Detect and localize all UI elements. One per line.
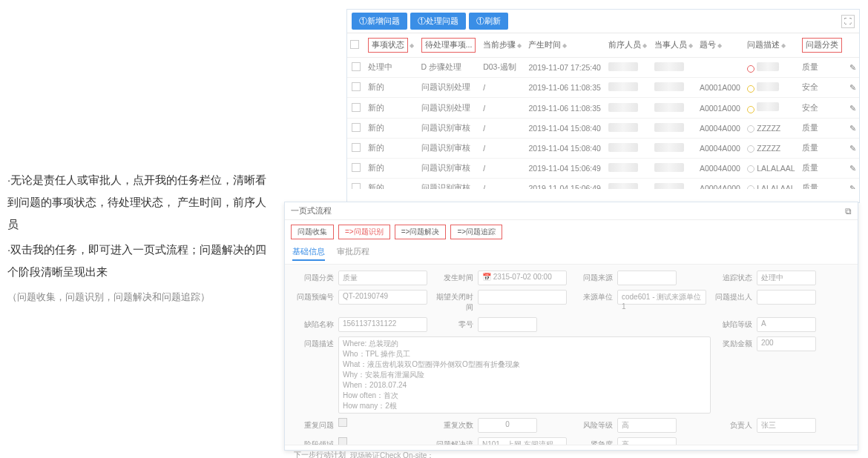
cell-type: 质量: [799, 158, 846, 178]
step-identify[interactable]: =>问题识别: [338, 225, 390, 239]
table-row[interactable]: 新的问题识别审核/2019-11-04 15:08:40A0004A000ZZZ…: [347, 138, 859, 158]
task-toolbar: ①新增问题 ①处理问题 ①刷新 ⛶: [347, 10, 859, 33]
field-reward[interactable]: 200: [757, 336, 816, 351]
flow-step-tabs: 问题收集 =>问题识别 =>问题解决 =>问题追踪: [285, 220, 858, 244]
tab-basic-info[interactable]: 基础信息: [292, 247, 325, 261]
copy-icon[interactable]: ⧉: [845, 206, 852, 216]
refresh-button[interactable]: ①刷新: [469, 13, 508, 30]
cell-time: 2019-11-04 15:06:49: [525, 178, 605, 189]
row-checkbox[interactable]: [352, 183, 361, 189]
cell-pending: 问题识别处理: [418, 98, 481, 118]
field-owner[interactable]: 张三: [757, 418, 816, 433]
cell-desc: [744, 78, 799, 98]
field-source[interactable]: [617, 271, 677, 285]
col-case[interactable]: 题号◆: [697, 33, 744, 58]
edit-row-icon[interactable]: ✎: [849, 184, 856, 189]
cell-status: 新的: [365, 178, 418, 189]
field-src-unit[interactable]: code601 - 测试来源单位1: [617, 290, 706, 305]
field-type[interactable]: 质量: [338, 271, 427, 285]
cell-cur: [651, 178, 697, 189]
step-collect[interactable]: 问题收集: [291, 225, 334, 239]
cell-type: 质量: [799, 118, 846, 138]
next-step-row: 下一步行动计划 现场验证Check On-site： O型圈断口处有切边缺陷，规…: [285, 445, 858, 458]
cell-cur: [651, 158, 697, 178]
field-part[interactable]: [478, 317, 537, 332]
col-cur[interactable]: 当事人员◆: [651, 33, 697, 58]
cell-pending: 问题识别审核: [418, 118, 481, 138]
field-defect-level[interactable]: A: [757, 317, 816, 332]
cell-desc: [744, 58, 799, 78]
cell-pending: 问题识别审核: [418, 158, 481, 178]
table-row[interactable]: 新的问题识别处理/2019-11-06 11:08:35A0001A000安全✎: [347, 78, 859, 98]
step-track[interactable]: =>问题追踪: [450, 225, 502, 239]
table-header-row: 事项状态◆ 待处理事项... 当前步骤◆ 产生时间◆ 前序人员◆ 当事人员◆ 题…: [347, 33, 859, 58]
field-time[interactable]: 📅 2315-07-02 00:00: [478, 271, 567, 285]
row-checkbox[interactable]: [352, 143, 361, 152]
row-checkbox[interactable]: [352, 62, 361, 71]
edit-row-icon[interactable]: ✎: [849, 144, 856, 153]
cell-time: 2019-11-04 15:08:40: [525, 118, 605, 138]
field-handler[interactable]: [757, 290, 816, 305]
label-reward: 奖励金额: [711, 336, 757, 349]
step-solve[interactable]: =>问题解决: [395, 225, 447, 239]
detail-sub-tabs: 基础信息 审批历程: [285, 244, 858, 264]
cell-case: A0004A000: [697, 118, 744, 138]
col-desc[interactable]: 问题描述◆: [744, 33, 799, 58]
note-bullet-2: ·双击我的任务，即可进入一页式流程；问题解决的四个阶段清晰呈现出来: [7, 239, 274, 283]
edit-row-icon[interactable]: ✎: [849, 104, 856, 113]
col-step[interactable]: 当前步骤◆: [480, 33, 525, 58]
cell-status: 新的: [365, 98, 418, 118]
cell-prev: [605, 58, 651, 78]
handle-issue-button[interactable]: ①处理问题: [410, 13, 466, 30]
row-checkbox[interactable]: [352, 123, 361, 132]
table-row[interactable]: 新的问题识别处理/2019-11-06 11:08:35A0001A000安全✎: [347, 98, 859, 118]
field-repeat-count[interactable]: 0: [478, 418, 537, 433]
table-row[interactable]: 新的问题识别审核/2019-11-04 15:08:40A0004A000ZZZ…: [347, 118, 859, 138]
edit-row-icon[interactable]: ✎: [849, 83, 856, 92]
col-prev[interactable]: 前序人员◆: [605, 33, 651, 58]
cell-cur: [651, 78, 697, 98]
field-delay[interactable]: [478, 290, 567, 305]
field-track-status[interactable]: 处理中: [757, 271, 816, 285]
table-row[interactable]: 新的问题识别审核/2019-11-04 15:06:49A0004A000LAL…: [347, 158, 859, 178]
edit-row-icon[interactable]: ✎: [849, 63, 856, 72]
cell-prev: [605, 138, 651, 158]
cell-status: 新的: [365, 158, 418, 178]
field-defect[interactable]: 1561137131122: [338, 317, 427, 332]
status-circle-icon: [747, 125, 754, 133]
table-row[interactable]: 处理中D 步骤处理D03-遏制2019-11-07 17:25:40质量✎: [347, 58, 859, 78]
expand-icon[interactable]: ⛶: [841, 15, 855, 28]
label-track-status: 追踪状态: [711, 271, 757, 283]
status-circle-icon: [747, 165, 754, 173]
cell-prev: [605, 118, 651, 138]
task-list-panel: ①新增问题 ①处理问题 ①刷新 ⛶ 事项状态◆ 待处理事项... 当前步骤◆ 产…: [346, 9, 860, 203]
field-flow[interactable]: N101 - 上网-车间流程: [478, 437, 567, 445]
edit-row-icon[interactable]: ✎: [849, 124, 856, 133]
next-step-content: 现场验证Check On-site： O型圈断口处有切边缺陷，规检验师: [350, 450, 467, 458]
field-risk[interactable]: 高: [617, 418, 677, 433]
select-all-checkbox[interactable]: [350, 40, 359, 49]
detail-header: 一页式流程 ⧉: [285, 202, 858, 220]
label-defect-level: 缺陷等级: [711, 317, 757, 330]
checkbox-repeat-q[interactable]: [338, 418, 347, 427]
field-desc[interactable]: Where: 总装现的 Who：TPL 操作员工 What：液压齿机装双O型圈弹…: [338, 336, 711, 414]
status-circle-icon: [747, 145, 754, 153]
row-checkbox[interactable]: [352, 103, 361, 112]
cell-desc: ZZZZZ: [744, 138, 799, 158]
col-pending: 待处理事项...: [418, 33, 481, 58]
edit-row-icon[interactable]: ✎: [849, 164, 856, 173]
cell-step: D03-遏制: [480, 58, 525, 78]
col-time[interactable]: 产生时间◆: [525, 33, 605, 58]
cell-prev: [605, 158, 651, 178]
table-row[interactable]: 新的问题识别审核/2019-11-04 15:06:49A0004A000LAL…: [347, 178, 859, 189]
cell-cur: [651, 118, 697, 138]
row-checkbox[interactable]: [352, 82, 361, 91]
row-checkbox[interactable]: [352, 163, 361, 172]
tab-approval-history[interactable]: 审批历程: [337, 247, 369, 261]
checkbox-phase[interactable]: [338, 437, 347, 445]
label-phase: 阶段领域: [292, 437, 338, 445]
field-case-no[interactable]: QT-20190749: [338, 290, 427, 305]
new-issue-button[interactable]: ①新增问题: [352, 13, 407, 30]
field-urgency[interactable]: 高: [617, 437, 677, 445]
cell-time: 2019-11-04 15:06:49: [525, 158, 605, 178]
